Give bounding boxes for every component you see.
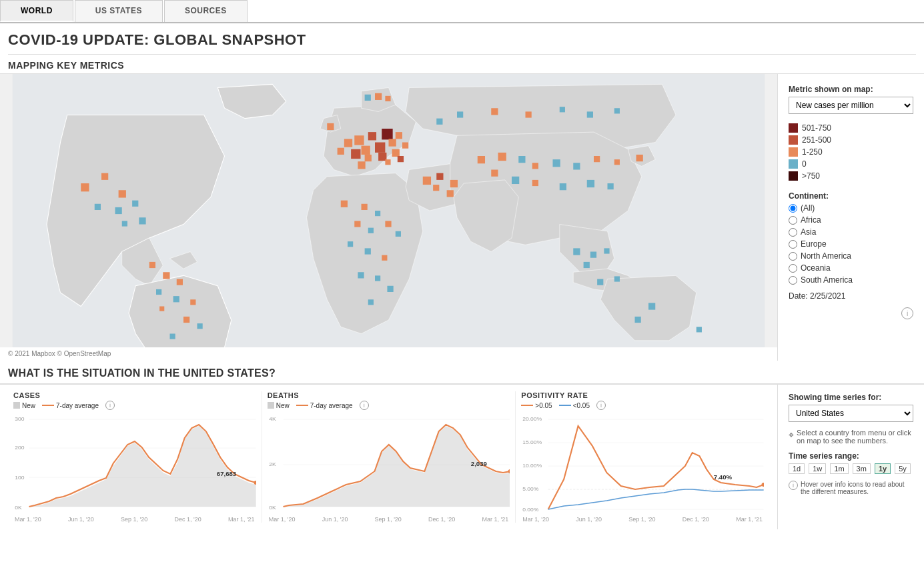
svg-point-100 xyxy=(254,481,256,485)
continent-africa[interactable]: Africa xyxy=(789,215,913,225)
positivity-x-labels: Mar 1, '20Jun 1, '20Sep 1, '20Dec 1, '20… xyxy=(521,516,764,523)
tab-world[interactable]: WORLD xyxy=(0,0,73,22)
svg-rect-18 xyxy=(358,161,365,169)
legend-color-1 xyxy=(789,147,798,157)
svg-text:20.00%: 20.00% xyxy=(522,416,542,422)
time-btn-3m[interactable]: 3m xyxy=(853,463,871,474)
svg-rect-83 xyxy=(526,111,532,117)
svg-rect-32 xyxy=(553,159,560,167)
continent-all[interactable]: (All) xyxy=(789,203,913,213)
showing-label: Showing time series for: xyxy=(789,393,913,402)
svg-rect-49 xyxy=(375,211,380,216)
cases-bar-icon xyxy=(13,402,20,409)
bottom-info-icon[interactable]: i xyxy=(789,481,798,490)
time-btn-1m[interactable]: 1m xyxy=(830,463,848,474)
svg-rect-20 xyxy=(365,95,371,101)
svg-rect-41 xyxy=(608,183,614,189)
cases-legend-avg: 7-day average xyxy=(42,402,99,409)
svg-rect-40 xyxy=(587,180,594,187)
cases-chart-block: CASES New 7-day average i 300 xyxy=(8,391,262,523)
legend-item-1: 1-250 xyxy=(789,147,913,157)
svg-rect-78 xyxy=(159,307,164,311)
legend-label-750: >750 xyxy=(802,171,820,181)
svg-text:7.40%: 7.40% xyxy=(714,474,733,481)
select-hint: ⌖ Select a country from menu or click on… xyxy=(789,429,913,445)
svg-rect-81 xyxy=(457,111,463,117)
svg-rect-60 xyxy=(368,299,374,305)
svg-rect-30 xyxy=(518,156,525,163)
svg-rect-67 xyxy=(122,221,127,226)
svg-rect-9 xyxy=(344,139,352,147)
cases-title: CASES xyxy=(13,391,256,399)
bottom-sidebar: Showing time series for: United States ⌖… xyxy=(777,385,924,529)
svg-text:5.00%: 5.00% xyxy=(522,486,539,492)
legend-color-0 xyxy=(789,159,798,169)
situation-title: WHAT IS THE SITUATION IN THE UNITED STAT… xyxy=(0,361,924,383)
svg-rect-89 xyxy=(614,276,620,281)
svg-rect-19 xyxy=(327,123,334,130)
svg-rect-50 xyxy=(354,221,360,227)
svg-rect-6 xyxy=(375,143,385,153)
svg-text:10.00%: 10.00% xyxy=(522,463,542,469)
continent-asia[interactable]: Asia xyxy=(789,227,913,237)
legend-item-501: 501-750 xyxy=(789,123,913,133)
svg-rect-51 xyxy=(368,228,374,233)
time-btn-1d[interactable]: 1d xyxy=(789,463,805,474)
positivity-legend: >0.05 <0.05 i xyxy=(521,401,764,410)
legend-item-0: 0 xyxy=(789,159,913,169)
svg-rect-31 xyxy=(532,163,538,169)
svg-rect-14 xyxy=(402,143,408,149)
svg-text:100: 100 xyxy=(15,475,25,481)
deaths-legend-new: New xyxy=(268,402,290,409)
svg-rect-82 xyxy=(491,108,498,115)
deaths-info-icon[interactable]: i xyxy=(360,401,369,410)
cases-info-icon[interactable]: i xyxy=(105,401,115,410)
continent-label: Continent: xyxy=(789,191,913,201)
svg-rect-54 xyxy=(348,241,353,247)
positivity-chart: 20.00% 15.00% 10.00% 5.00% 0.00% xyxy=(521,413,764,516)
tab-sources[interactable]: SOURCES xyxy=(164,0,248,22)
time-btn-1w[interactable]: 1w xyxy=(809,463,826,474)
svg-point-120 xyxy=(762,483,764,487)
svg-rect-90 xyxy=(697,327,702,332)
svg-rect-61 xyxy=(81,183,89,191)
time-btn-1y[interactable]: 1y xyxy=(875,463,891,474)
map-container[interactable] xyxy=(0,74,777,347)
svg-rect-58 xyxy=(375,275,380,281)
metric-select[interactable]: New cases per million xyxy=(789,97,913,114)
map-info-icon[interactable]: i xyxy=(901,307,913,319)
svg-rect-23 xyxy=(423,177,431,185)
svg-text:15.00%: 15.00% xyxy=(522,439,542,445)
deaths-chart: 4K 2K 0K 2,039 xyxy=(268,413,510,516)
svg-rect-38 xyxy=(532,180,538,186)
legend-item-251: 251-500 xyxy=(789,135,913,145)
svg-rect-39 xyxy=(560,183,566,190)
svg-rect-29 xyxy=(498,153,506,161)
legend-item-750: >750 xyxy=(789,171,913,181)
tab-us-states[interactable]: US STATES xyxy=(75,0,163,22)
map-attribution: © 2021 Mapbox © OpenStreetMap xyxy=(0,347,777,360)
continent-filter: (All) Africa Asia Europe North America O… xyxy=(789,203,913,285)
svg-rect-65 xyxy=(115,207,122,214)
map-area: © 2021 Mapbox © OpenStreetMap xyxy=(0,74,777,361)
continent-south-america[interactable]: South America xyxy=(789,275,913,285)
svg-rect-26 xyxy=(433,185,439,191)
svg-text:0K: 0K xyxy=(269,505,276,511)
deaths-legend: New 7-day average i xyxy=(268,401,510,410)
svg-rect-17 xyxy=(398,156,404,162)
continent-north-america[interactable]: North America xyxy=(789,251,913,261)
svg-rect-16 xyxy=(385,159,390,165)
svg-rect-35 xyxy=(614,159,620,165)
svg-rect-85 xyxy=(587,111,593,117)
country-select[interactable]: United States xyxy=(789,405,913,422)
continent-europe[interactable]: Europe xyxy=(789,239,913,249)
svg-rect-70 xyxy=(163,272,169,279)
positivity-info-icon[interactable]: i xyxy=(596,401,606,410)
legend-label-251: 251-500 xyxy=(802,135,831,145)
svg-rect-46 xyxy=(584,262,590,268)
time-btn-5y[interactable]: 5y xyxy=(895,463,911,474)
metric-label: Metric shown on map: xyxy=(789,85,913,94)
legend-color-251 xyxy=(789,135,798,145)
svg-text:0K: 0K xyxy=(15,505,22,511)
continent-oceania[interactable]: Oceania xyxy=(789,263,913,273)
